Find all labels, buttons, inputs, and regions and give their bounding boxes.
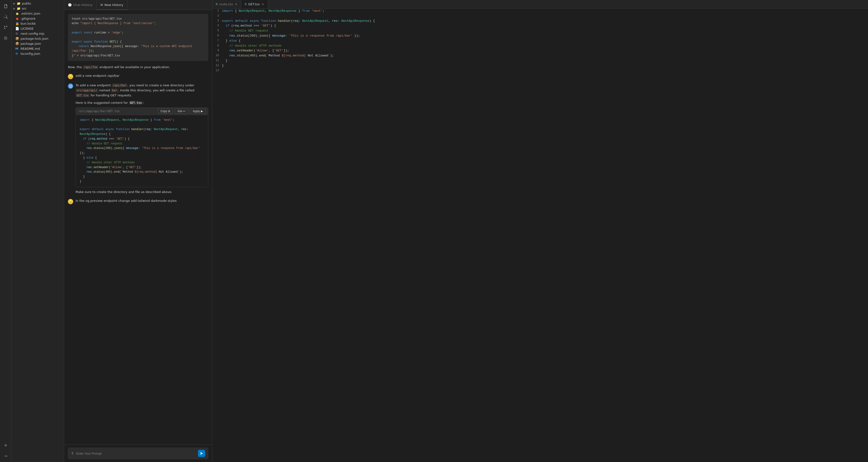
editor-content: 1 import { NextApiRequest, NextApiRespon… <box>212 9 868 462</box>
editor-tabs: R route.tsx ✕ R GET.tsx ✕ <box>212 0 868 9</box>
apply-button[interactable]: Apply ▶ <box>190 109 206 114</box>
chat-header: 🕐 Chat History ✉ New History <box>64 0 212 10</box>
user-avatar-2: 💡 <box>68 199 73 204</box>
src-folder[interactable]: ▶ 📁 src <box>11 6 64 11</box>
tsconfig-file[interactable]: ⚙ tsconfig.json <box>11 51 64 56</box>
send-button[interactable] <box>198 450 205 457</box>
public-folder[interactable]: ▶ 📁 public <box>11 1 64 6</box>
chat-input-box: 🎙 <box>68 448 208 459</box>
ask-button[interactable]: Ask ↩ <box>175 109 188 114</box>
code-block-container: /src/app/api/bar/GET.tsx Copy ⧉ Ask ↩ Ap… <box>75 107 208 187</box>
ai-response-bar: To add a new endpoint /api/bar, you need… <box>68 83 208 194</box>
ask-icon: ↩ <box>183 110 186 113</box>
sidebar: ▶ 📁 public ▶ 📁 src ● .eslintrc.json ● .g… <box>11 0 64 462</box>
source-control-icon[interactable] <box>1 23 10 32</box>
editor-line: 3 export default async function handler(… <box>212 19 868 24</box>
editor-line: 11 } <box>212 58 868 63</box>
editor-line: 2 <box>212 13 868 19</box>
chat-messages: touch src/app/api/foo/GET.tsx echo "impo… <box>64 10 212 444</box>
copy-button[interactable]: Copy ⧉ <box>158 109 173 114</box>
search-icon[interactable] <box>1 12 10 21</box>
package-file[interactable]: 📦 package.json <box>11 41 64 46</box>
editor-line: 12 } <box>212 63 868 68</box>
new-history-icon: ✉ <box>100 3 103 7</box>
chat-history-tab[interactable]: 🕐 Chat History <box>64 0 97 10</box>
code-block-content: import { NextApiRequest, NextApiResponse… <box>76 115 208 187</box>
user-message-bar: 💡 add a new endpoint /api/bar <box>68 73 208 79</box>
brightness-icon[interactable]: ☀ <box>1 441 10 450</box>
ai-response-content: To add a new endpoint /api/bar, you need… <box>75 83 208 194</box>
editor-line: 1 import { NextApiRequest, NextApiRespon… <box>212 9 868 13</box>
ai-intro-text: To add a new endpoint /api/bar, you need… <box>75 83 208 98</box>
chat-history-icon: 🕐 <box>68 3 72 7</box>
files-icon[interactable] <box>1 2 10 10</box>
license-file[interactable]: 📄 LICENSE <box>11 26 64 31</box>
editor-panel: R route.tsx ✕ R GET.tsx ✕ 1 import { Nex… <box>212 0 868 462</box>
user-message-og-text: in the og preview endpoint change add ta… <box>75 198 177 204</box>
editor-line: 6 res.status(200).json({ message: 'This … <box>212 33 868 38</box>
api-foo-text: Now, the /api/foo endpoint will be avail… <box>68 65 208 70</box>
editor-line: 9 res.setHeader('Allow', ['GET']); <box>212 48 868 53</box>
user-message-og: 💡 in the og preview endpoint change add … <box>68 198 208 204</box>
code-filename: /src/app/api/bar/GET.tsx <box>78 110 156 113</box>
new-history-tab[interactable]: ✉ New History <box>97 0 127 10</box>
get-tsx-tab[interactable]: R GET.tsx ✕ <box>241 0 268 8</box>
eslintrc-file[interactable]: ● .eslintrc.json <box>11 11 64 16</box>
ai-avatar <box>68 84 73 89</box>
copy-icon: ⧉ <box>168 110 170 113</box>
chat-panel: 🕐 Chat History ✉ New History touch src/a… <box>64 0 212 462</box>
apply-icon: ▶ <box>201 110 203 113</box>
get-tab-close[interactable]: ✕ <box>261 2 265 6</box>
chat-input-area: 🎙 <box>64 444 212 462</box>
chat-input[interactable] <box>76 452 196 455</box>
activity-bar: ⊞ ☀ → <box>0 0 11 462</box>
arrow-right-icon[interactable]: → <box>1 452 10 460</box>
editor-line: 7 } else { <box>212 38 868 43</box>
nextconfig-file[interactable]: ⚙ next.config.mjs <box>11 31 64 36</box>
code-block-toolbar: /src/app/api/bar/GET.tsx Copy ⧉ Ask ↩ Ap… <box>76 107 208 115</box>
packagelock-file[interactable]: 📦 package-lock.json <box>11 36 64 41</box>
ai-footer-text: Make sure to create the directory and fi… <box>75 190 208 195</box>
editor-line: 5 // Handle GET request <box>212 28 868 33</box>
bunlock-file[interactable]: 🔒 bun.lockb <box>11 21 64 26</box>
pre-code-block: touch src/app/api/foo/GET.tsx echo "impo… <box>68 14 208 61</box>
route-tsx-tab[interactable]: R route.tsx ✕ <box>212 0 241 8</box>
user-avatar: 💡 <box>68 74 73 79</box>
mic-icon[interactable]: 🎙 <box>71 452 74 455</box>
route-tab-icon: R <box>216 3 218 6</box>
extensions-icon[interactable]: ⊞ <box>1 33 10 42</box>
ai-pretext: Here is the suggested content for GET.ts… <box>75 100 208 105</box>
readme-file[interactable]: Ⅿ README.md <box>11 46 64 51</box>
main-area: 🕐 Chat History ✉ New History touch src/a… <box>64 0 868 462</box>
editor-line: 13 <box>212 68 868 73</box>
gitignore-file[interactable]: ● .gitignore <box>11 16 64 21</box>
editor-line: 8 // Handle other HTTP methods <box>212 43 868 49</box>
user-message-text: add a new endpoint /api/bar <box>75 73 120 79</box>
editor-line: 4 if (req.method === 'GET') { <box>212 24 868 28</box>
get-tab-icon: R <box>245 3 247 6</box>
editor-line: 10 res.status(405).end(`Method ${req.met… <box>212 53 868 58</box>
route-tab-close[interactable]: ✕ <box>234 2 238 6</box>
